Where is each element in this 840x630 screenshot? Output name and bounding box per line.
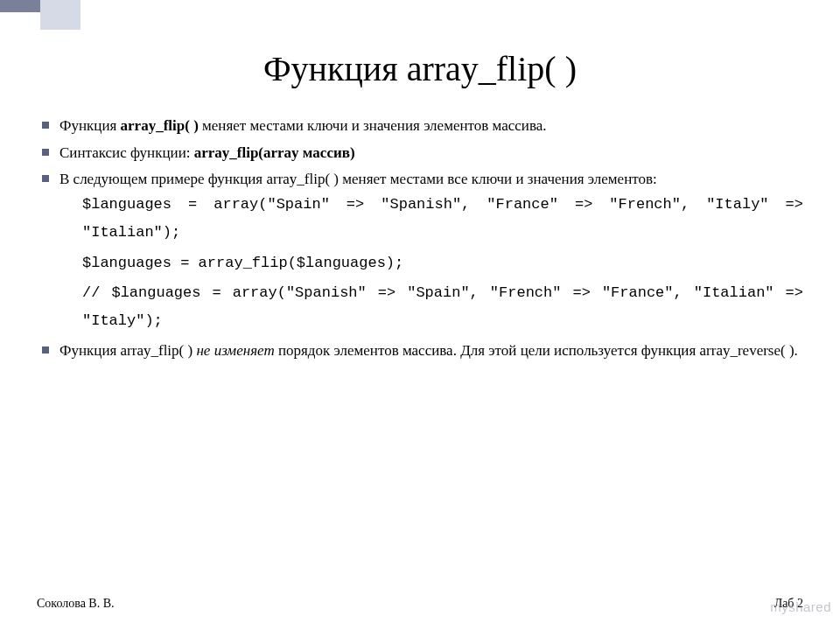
bullet-item-4: Функция array_flip( ) не изменяет порядо… xyxy=(37,340,803,362)
bullet-item-3: В следующем примере функция array_flip( … xyxy=(37,169,803,335)
slide-title: Функция array_flip( ) xyxy=(0,48,840,89)
code-line-3: // $languages = array("Spanish" => "Spai… xyxy=(82,279,803,336)
text: порядок элементов массива. Для этой цели… xyxy=(275,342,798,359)
text: Синтаксис функции: xyxy=(60,144,194,161)
bullet-list: Функция array_flip( ) меняет местами клю… xyxy=(37,116,803,362)
watermark: myshared xyxy=(770,599,831,614)
text-bold: array_flip( ) xyxy=(121,117,199,134)
text: Функция array_flip( ) xyxy=(60,342,196,359)
bullet-item-2: Синтаксис функции: array_flip(array масс… xyxy=(37,143,803,164)
text-bold: array_flip(array массив) xyxy=(194,144,355,161)
text: меняет местами ключи и значения элементо… xyxy=(199,117,547,134)
footer-author: Соколова В. В. xyxy=(37,597,115,611)
corner-decoration xyxy=(0,0,80,30)
text: В следующем примере функция array_flip( … xyxy=(60,171,657,187)
slide-content: Функция array_flip( ) меняет местами клю… xyxy=(0,116,840,362)
decor-block-light xyxy=(40,0,80,30)
decor-block-dark xyxy=(0,0,40,12)
code-line-2: $languages = array_flip($languages); xyxy=(82,249,803,277)
text: Функция xyxy=(60,117,121,134)
bullet-item-1: Функция array_flip( ) меняет местами клю… xyxy=(37,116,803,137)
code-line-1: $languages = array("Spain" => "Spanish",… xyxy=(82,191,803,248)
code-block: $languages = array("Spain" => "Spanish",… xyxy=(82,191,803,335)
text-italic: не изменяет xyxy=(196,342,274,359)
